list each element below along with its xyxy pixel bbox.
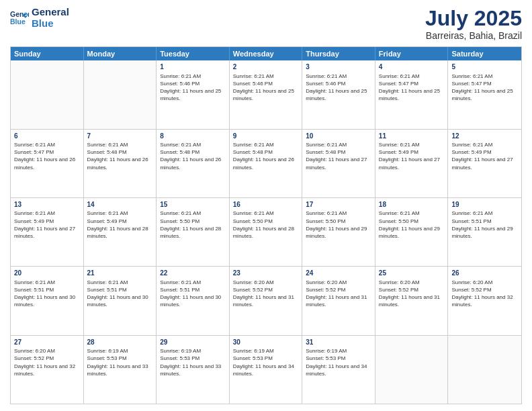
day-info: Sunrise: 6:21 AMSunset: 5:49 PMDaylight:… [87, 210, 153, 240]
cal-day-22: 22Sunrise: 6:21 AMSunset: 5:51 PMDayligh… [157, 267, 230, 334]
day-number: 7 [87, 132, 153, 141]
cal-cell-empty [11, 60, 84, 128]
subtitle: Barreiras, Bahia, Brazil [425, 30, 522, 41]
cal-day-3: 3Sunrise: 6:21 AMSunset: 5:46 PMDaylight… [302, 60, 375, 128]
day-number: 23 [233, 269, 299, 278]
cal-cell-empty [84, 60, 157, 128]
cal-week-2: 6Sunrise: 6:21 AMSunset: 5:47 PMDaylight… [11, 129, 521, 197]
day-number: 10 [306, 132, 371, 141]
cal-day-4: 4Sunrise: 6:21 AMSunset: 5:47 PMDaylight… [375, 60, 449, 128]
day-info: Sunrise: 6:21 AMSunset: 5:46 PMDaylight:… [306, 73, 371, 103]
day-header-wednesday: Wednesday [230, 47, 303, 60]
day-number: 8 [160, 132, 226, 141]
cal-day-9: 9Sunrise: 6:21 AMSunset: 5:48 PMDaylight… [230, 130, 303, 197]
day-info: Sunrise: 6:21 AMSunset: 5:46 PMDaylight:… [160, 73, 226, 103]
day-info: Sunrise: 6:20 AMSunset: 5:52 PMDaylight:… [14, 347, 80, 377]
day-number: 3 [306, 62, 371, 72]
day-info: Sunrise: 6:20 AMSunset: 5:52 PMDaylight:… [379, 279, 445, 309]
cal-day-18: 18Sunrise: 6:21 AMSunset: 5:50 PMDayligh… [375, 198, 449, 266]
day-number: 17 [306, 200, 371, 210]
cal-day-5: 5Sunrise: 6:21 AMSunset: 5:47 PMDaylight… [448, 60, 521, 128]
day-info: Sunrise: 6:19 AMSunset: 5:53 PMDaylight:… [233, 347, 299, 377]
day-info: Sunrise: 6:19 AMSunset: 5:53 PMDaylight:… [160, 347, 226, 377]
day-number: 28 [87, 338, 153, 347]
day-info: Sunrise: 6:21 AMSunset: 5:50 PMDaylight:… [160, 210, 226, 240]
day-number: 29 [160, 338, 226, 347]
calendar: SundayMondayTuesdayWednesdayThursdayFrid… [10, 46, 522, 404]
day-info: Sunrise: 6:21 AMSunset: 5:50 PMDaylight:… [379, 210, 445, 240]
cal-day-27: 27Sunrise: 6:20 AMSunset: 5:52 PMDayligh… [11, 336, 84, 404]
day-info: Sunrise: 6:21 AMSunset: 5:51 PMDaylight:… [160, 279, 226, 309]
day-info: Sunrise: 6:21 AMSunset: 5:47 PMDaylight:… [379, 73, 445, 103]
cal-day-11: 11Sunrise: 6:21 AMSunset: 5:49 PMDayligh… [375, 130, 449, 197]
day-number: 20 [14, 269, 80, 278]
day-number: 27 [14, 338, 80, 347]
logo: General Blue General Blue [10, 7, 69, 29]
day-info: Sunrise: 6:21 AMSunset: 5:50 PMDaylight:… [306, 210, 371, 240]
cal-day-2: 2Sunrise: 6:21 AMSunset: 5:46 PMDaylight… [230, 60, 303, 128]
day-number: 9 [233, 132, 299, 141]
day-header-saturday: Saturday [448, 47, 521, 60]
day-header-tuesday: Tuesday [157, 47, 230, 60]
day-number: 25 [379, 269, 445, 278]
day-number: 6 [14, 132, 80, 141]
day-number: 16 [233, 200, 299, 210]
cal-day-6: 6Sunrise: 6:21 AMSunset: 5:47 PMDaylight… [11, 130, 84, 197]
day-number: 5 [451, 62, 518, 72]
day-header-thursday: Thursday [302, 47, 375, 60]
title-block: July 2025 Barreiras, Bahia, Brazil [425, 7, 522, 41]
logo-icon: General Blue [10, 9, 29, 28]
cal-day-25: 25Sunrise: 6:20 AMSunset: 5:52 PMDayligh… [375, 267, 449, 334]
day-info: Sunrise: 6:21 AMSunset: 5:47 PMDaylight:… [14, 141, 80, 171]
cal-cell-empty [448, 336, 521, 404]
day-number: 11 [379, 132, 445, 141]
day-number: 1 [160, 62, 226, 72]
day-number: 4 [379, 62, 445, 72]
day-info: Sunrise: 6:21 AMSunset: 5:51 PMDaylight:… [14, 279, 80, 309]
main-title: July 2025 [425, 7, 522, 30]
day-number: 26 [451, 269, 518, 278]
cal-day-26: 26Sunrise: 6:20 AMSunset: 5:52 PMDayligh… [448, 267, 521, 334]
day-number: 15 [160, 200, 226, 210]
page: General Blue General Blue July 2025 Barr… [0, 0, 532, 411]
day-info: Sunrise: 6:21 AMSunset: 5:49 PMDaylight:… [451, 141, 518, 171]
day-info: Sunrise: 6:21 AMSunset: 5:49 PMDaylight:… [379, 141, 445, 171]
cal-day-20: 20Sunrise: 6:21 AMSunset: 5:51 PMDayligh… [11, 267, 84, 334]
day-info: Sunrise: 6:19 AMSunset: 5:53 PMDaylight:… [306, 347, 371, 377]
logo-line1: General [32, 7, 69, 18]
day-info: Sunrise: 6:21 AMSunset: 5:48 PMDaylight:… [160, 141, 226, 171]
cal-day-21: 21Sunrise: 6:21 AMSunset: 5:51 PMDayligh… [84, 267, 157, 334]
day-number: 21 [87, 269, 153, 278]
day-info: Sunrise: 6:21 AMSunset: 5:50 PMDaylight:… [233, 210, 299, 240]
cal-day-14: 14Sunrise: 6:21 AMSunset: 5:49 PMDayligh… [84, 198, 157, 266]
day-number: 30 [233, 338, 299, 347]
day-header-sunday: Sunday [11, 47, 84, 60]
day-number: 14 [87, 200, 153, 210]
cal-day-12: 12Sunrise: 6:21 AMSunset: 5:49 PMDayligh… [448, 130, 521, 197]
day-header-monday: Monday [84, 47, 157, 60]
cal-day-29: 29Sunrise: 6:19 AMSunset: 5:53 PMDayligh… [157, 336, 230, 404]
cal-day-13: 13Sunrise: 6:21 AMSunset: 5:49 PMDayligh… [11, 198, 84, 266]
cal-day-8: 8Sunrise: 6:21 AMSunset: 5:48 PMDaylight… [157, 130, 230, 197]
calendar-header: SundayMondayTuesdayWednesdayThursdayFrid… [11, 47, 521, 60]
day-info: Sunrise: 6:21 AMSunset: 5:48 PMDaylight:… [233, 141, 299, 171]
day-info: Sunrise: 6:20 AMSunset: 5:52 PMDaylight:… [233, 279, 299, 309]
cal-day-17: 17Sunrise: 6:21 AMSunset: 5:50 PMDayligh… [302, 198, 375, 266]
calendar-body: 1Sunrise: 6:21 AMSunset: 5:46 PMDaylight… [11, 60, 521, 404]
cal-day-30: 30Sunrise: 6:19 AMSunset: 5:53 PMDayligh… [230, 336, 303, 404]
day-number: 22 [160, 269, 226, 278]
day-info: Sunrise: 6:19 AMSunset: 5:53 PMDaylight:… [87, 347, 153, 377]
day-info: Sunrise: 6:20 AMSunset: 5:52 PMDaylight:… [451, 279, 518, 309]
day-number: 31 [306, 338, 371, 347]
day-info: Sunrise: 6:21 AMSunset: 5:51 PMDaylight:… [87, 279, 153, 309]
day-number: 18 [379, 200, 445, 210]
header: General Blue General Blue July 2025 Barr… [10, 7, 522, 41]
day-info: Sunrise: 6:21 AMSunset: 5:46 PMDaylight:… [233, 73, 299, 103]
day-info: Sunrise: 6:21 AMSunset: 5:49 PMDaylight:… [14, 210, 80, 240]
day-info: Sunrise: 6:20 AMSunset: 5:52 PMDaylight:… [306, 279, 371, 309]
cal-week-1: 1Sunrise: 6:21 AMSunset: 5:46 PMDaylight… [11, 60, 521, 128]
logo-line2: Blue [32, 18, 69, 30]
day-number: 12 [451, 132, 518, 141]
day-info: Sunrise: 6:21 AMSunset: 5:47 PMDaylight:… [451, 73, 518, 103]
day-info: Sunrise: 6:21 AMSunset: 5:48 PMDaylight:… [306, 141, 371, 171]
